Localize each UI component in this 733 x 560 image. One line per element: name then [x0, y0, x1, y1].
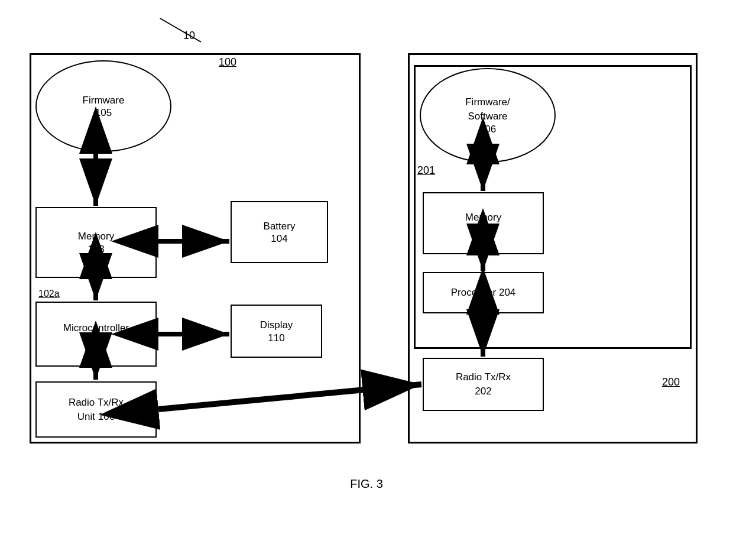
battery-104-number: 104	[271, 233, 287, 245]
radio-202-label: Radio Tx/Rx202	[456, 370, 511, 399]
memory-103-label: Memory	[78, 229, 114, 244]
firmware-105-box: Firmware 105	[35, 60, 171, 152]
firmware-105-number: 105	[95, 107, 112, 119]
memory-103-number: 103	[87, 244, 104, 255]
memory-208-box: Memory 208	[423, 192, 544, 254]
ref-100-label: 100	[219, 56, 236, 69]
battery-104-box: Battery 104	[231, 201, 328, 263]
radio-106-box: Radio Tx/RxUnit 106	[35, 381, 157, 438]
firmware-105-label: Firmware	[83, 93, 125, 108]
processor-204-label: Processor 204	[451, 286, 516, 300]
radio-202-box: Radio Tx/Rx202	[423, 358, 544, 411]
micro-102-label: Microcontroller	[63, 321, 129, 335]
ref-200-label: 200	[662, 376, 680, 389]
display-110-label: Display	[260, 318, 293, 332]
display-110-number: 110	[268, 332, 284, 344]
battery-104-label: Battery	[264, 219, 296, 234]
firmware-206-number: 206	[479, 124, 496, 135]
ref-201-label: 201	[417, 164, 435, 177]
micro-102-box: Microcontroller 102	[35, 302, 157, 367]
firmware-206-box: Firmware/Software 206	[420, 68, 556, 163]
micro-102-number: 102	[87, 335, 104, 347]
processor-204-box: Processor 204	[423, 272, 544, 313]
memory-208-label: Memory	[465, 211, 501, 225]
memory-208-number: 208	[475, 224, 491, 236]
display-110-box: Display 110	[231, 305, 322, 358]
diagram-container: 10 100 200 201 Firmware 105 Firmware/Sof…	[18, 24, 715, 509]
memory-103-box: Memory 103	[35, 207, 157, 278]
firmware-206-label: Firmware/Software	[465, 95, 510, 124]
ref-102a-label: 102a	[38, 289, 60, 299]
fig-label: FIG. 3	[350, 477, 383, 491]
radio-106-label: Radio Tx/RxUnit 106	[69, 396, 124, 424]
